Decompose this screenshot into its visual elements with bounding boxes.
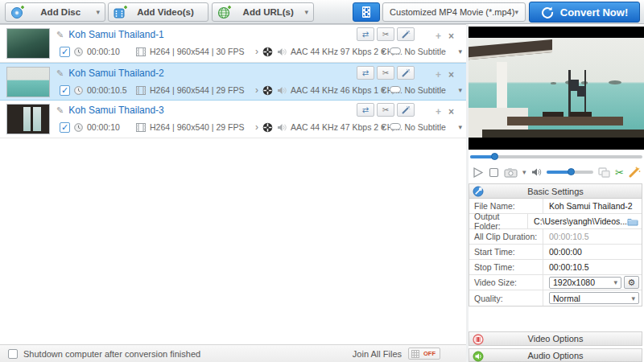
video-preview [469, 27, 644, 150]
stop-button[interactable] [489, 167, 499, 178]
video-checkbox[interactable]: ✓ [60, 122, 70, 133]
setting-row-video-size: Video Size: 1920x1080 ▾ ⚙ [469, 275, 642, 290]
toggle-state-label: OFF [419, 350, 440, 357]
edit-title-icon[interactable]: ✎ [56, 68, 64, 79]
output-profile-button[interactable] [353, 2, 380, 22]
subtitle-value[interactable]: No Subtitle [405, 47, 455, 56]
remove-item-icon[interactable]: × [448, 106, 454, 117]
file-name-value[interactable]: Koh Samui Thailand-2 [543, 201, 642, 211]
clock-icon [74, 123, 83, 132]
folder-icon[interactable] [627, 217, 638, 226]
chevron-down-icon: ▾ [631, 294, 635, 302]
video-row-2[interactable]: ✎ Koh Samui Thailand-2 ✓ 00:00:10.5 H264… [0, 63, 466, 101]
add-urls-button[interactable]: Add URL(s) ▾ [212, 2, 314, 22]
remove-item-icon[interactable]: × [448, 69, 454, 80]
audio-track-icon [262, 122, 273, 133]
trim-scissors-button[interactable]: ✂ [615, 167, 624, 179]
setting-row-quality: Quality: Normal ▾ [469, 290, 642, 306]
join-all-files-label: Join All Files [353, 349, 402, 359]
add-item-icon[interactable]: + [436, 69, 441, 80]
setting-row-output-folder: Output Folder: C:\Users\yangh\Videos... [469, 214, 642, 229]
speaker-icon [277, 86, 287, 95]
video-checkbox[interactable]: ✓ [60, 85, 70, 96]
all-clip-duration-label: All Clip Duration: [469, 229, 543, 244]
video-size-value: 1920x1080 [553, 278, 613, 287]
film-icon [136, 86, 146, 95]
chevron-down-icon[interactable]: ▾ [522, 168, 526, 176]
video-checkbox[interactable]: ✓ [60, 47, 70, 57]
add-videos-label: Add Video(s) [128, 7, 203, 17]
chevron-down-icon[interactable]: ▾ [459, 123, 463, 131]
quality-select[interactable]: Normal ▾ [549, 292, 639, 304]
audio-info[interactable]: AAC 44 KHz 97 Kbps 2 CH ... [291, 47, 378, 56]
quality-label: Quality: [469, 290, 543, 306]
chevron-down-icon[interactable]: ▾ [459, 47, 463, 56]
convert-profile-button[interactable]: ⇄ [357, 103, 374, 117]
video-thumbnail[interactable] [6, 104, 50, 134]
seek-handle[interactable] [491, 153, 498, 160]
subtitle-bubble-icon [390, 47, 401, 56]
speaker-icon [277, 123, 287, 132]
preview-frame [469, 38, 644, 138]
start-time-label: Start Time: [469, 245, 543, 259]
trim-scissors-button[interactable]: ✂ [377, 27, 394, 41]
video-size-select[interactable]: 1920x1080 ▾ [549, 277, 621, 289]
add-disc-button[interactable]: Add Disc ▾ [5, 2, 105, 22]
video-options-label: Video Options [528, 334, 584, 343]
convert-profile-button[interactable]: ⇄ [357, 66, 374, 80]
add-videos-button[interactable]: Add Video(s) [108, 2, 208, 22]
seek-bar[interactable] [470, 153, 642, 161]
audio-options-label: Audio Options [527, 351, 583, 360]
chevron-down-icon[interactable]: ▾ [382, 86, 386, 94]
playback-controls: ▾ ✂ [469, 163, 644, 181]
output-format-select[interactable]: Customized MP4 Movie (*.mp4) ▾ [382, 2, 526, 22]
video-file-icon [114, 5, 128, 19]
add-item-icon[interactable]: + [436, 31, 441, 42]
effect-wand-button[interactable] [629, 167, 641, 178]
basic-settings-header[interactable]: Basic Settings [469, 184, 642, 199]
video-options-bar[interactable]: Video Options [469, 331, 642, 346]
chevron-down-icon[interactable]: ▾ [382, 123, 386, 131]
audio-options-bar[interactable]: Audio Options [469, 348, 642, 362]
start-time-value[interactable]: 00:00:00 [543, 247, 642, 257]
effect-wand-button[interactable] [397, 27, 415, 41]
remove-item-icon[interactable]: × [448, 31, 454, 42]
video-row-3[interactable]: ✎ Koh Samui Thailand-3 ✓ 00:00:10 H264 |… [0, 101, 466, 138]
quality-value: Normal [553, 294, 631, 303]
film-icon [136, 47, 146, 56]
crop-button[interactable] [598, 167, 610, 178]
audio-info[interactable]: AAC 44 KHz 46 Kbps 1 CH ... [291, 85, 378, 95]
join-all-files-toggle[interactable]: OFF [408, 348, 440, 360]
edit-title-icon[interactable]: ✎ [56, 30, 64, 40]
video-row-1[interactable]: ✎ Koh Samui Thailand-1 ✓ 00:00:10 H264 |… [0, 25, 466, 63]
audio-info[interactable]: AAC 44 KHz 47 Kbps 2 CH ... [291, 122, 378, 132]
video-thumbnail[interactable] [6, 28, 50, 59]
trim-scissors-button[interactable]: ✂ [377, 66, 394, 80]
convert-profile-button[interactable]: ⇄ [357, 27, 374, 41]
chevron-down-icon[interactable]: ▾ [382, 47, 386, 56]
edit-title-icon[interactable]: ✎ [56, 105, 64, 116]
volume-handle[interactable] [568, 168, 575, 175]
stop-time-value[interactable]: 00:00:10.5 [543, 262, 642, 272]
snapshot-camera-button[interactable] [504, 167, 518, 178]
effect-wand-button[interactable] [397, 103, 415, 117]
subtitle-value[interactable]: No Subtitle [405, 85, 455, 95]
add-item-icon[interactable]: + [436, 106, 441, 117]
video-size-value-wrap: 1920x1080 ▾ ⚙ [543, 276, 642, 289]
play-button[interactable] [472, 167, 484, 179]
shutdown-checkbox[interactable] [8, 349, 18, 359]
filmstrip-icon [361, 6, 372, 19]
effect-wand-button[interactable] [397, 66, 415, 80]
video-size-settings-button[interactable]: ⚙ [624, 276, 639, 289]
video-list: ✎ Koh Samui Thailand-1 ✓ 00:00:10 H264 |… [0, 24, 466, 344]
chevron-down-icon: ▾ [304, 8, 308, 16]
chevron-down-icon[interactable]: ▾ [459, 86, 463, 94]
volume-slider[interactable] [547, 171, 594, 174]
trim-scissors-button[interactable]: ✂ [377, 103, 394, 117]
chevron-down-icon: ▾ [613, 278, 617, 286]
volume-icon[interactable] [531, 167, 542, 177]
refresh-icon [541, 6, 554, 19]
convert-now-button[interactable]: Convert Now! [529, 2, 640, 23]
subtitle-value[interactable]: No Subtitle [405, 122, 455, 132]
video-thumbnail[interactable] [6, 67, 50, 97]
